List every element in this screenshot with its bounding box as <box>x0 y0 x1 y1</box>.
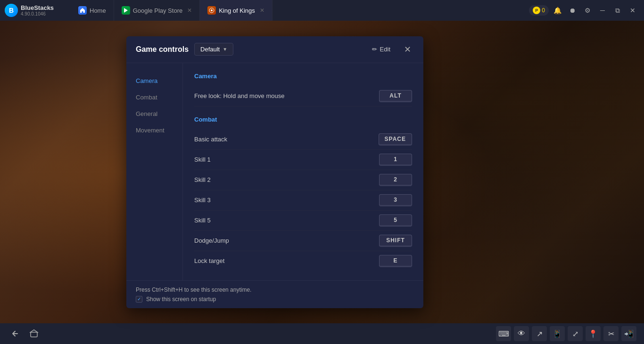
titlebar: B BlueStacks 4.90.0.1046 Home Google Pla… <box>0 0 644 21</box>
record-button[interactable]: ⏺ <box>566 4 579 17</box>
phone-icon-button[interactable]: 📲 <box>621 326 636 341</box>
skill3-key[interactable]: 3 <box>379 194 412 206</box>
lock-target-key[interactable]: E <box>379 255 412 267</box>
tab-king-of-kings[interactable]: King of Kings ✕ <box>200 0 272 21</box>
content-area: Camera Free look: Hold and move mouse AL… <box>183 63 423 280</box>
keyboard-icon-button[interactable]: ⌨ <box>496 326 511 341</box>
nav-item-camera[interactable]: Camera <box>126 73 182 89</box>
edit-label: Edit <box>380 46 390 53</box>
control-lock-target: Lock target E <box>194 251 412 271</box>
modal-body: Camera Combat General Movement Camera Fr… <box>126 63 423 280</box>
bottombar: ⌨ 👁 ↗ 📱 ⤢ 📍 ✂ 📲 <box>0 323 644 344</box>
edit-button[interactable]: ✏ Edit <box>367 43 395 55</box>
control-skill5: Skill 5 5 <box>194 211 412 231</box>
tab-google-play-close[interactable]: ✕ <box>187 7 192 14</box>
play-tab-icon <box>122 6 130 15</box>
modal-close-button[interactable]: ✕ <box>401 43 414 56</box>
startup-checkbox[interactable]: ✓ <box>136 296 142 303</box>
control-skill2: Skill 2 2 <box>194 170 412 190</box>
lock-target-label: Lock target <box>194 257 224 264</box>
svg-point-2 <box>211 9 213 11</box>
minimize-button[interactable]: ─ <box>596 4 609 17</box>
settings-button[interactable]: ⚙ <box>581 4 594 17</box>
basic-attack-key[interactable]: SPACE <box>379 133 412 146</box>
svg-marker-0 <box>124 8 128 13</box>
basic-attack-label: Basic attack <box>194 136 227 143</box>
control-free-look: Free look: Hold and move mouse ALT <box>194 86 412 106</box>
free-look-label: Free look: Hold and move mouse <box>194 92 284 99</box>
tab-home-label: Home <box>90 7 106 14</box>
back-button[interactable] <box>8 326 23 341</box>
skill1-label: Skill 1 <box>194 156 211 163</box>
cursor-icon-button[interactable]: ↗ <box>532 326 547 341</box>
skill5-key[interactable]: 5 <box>379 214 412 227</box>
expand-icon-button[interactable]: ⤢ <box>568 326 583 341</box>
skill3-label: Skill 3 <box>194 197 211 204</box>
dropdown-arrow-icon: ▼ <box>223 47 227 52</box>
app-logo: B BlueStacks 4.90.0.1046 <box>0 4 71 17</box>
game-controls-modal: Game controls Default ▼ ✏ Edit ✕ Camera … <box>126 36 423 308</box>
modal-header: Game controls Default ▼ ✏ Edit ✕ <box>126 36 423 63</box>
eye-icon-button[interactable]: 👁 <box>514 326 529 341</box>
skill2-key[interactable]: 2 <box>379 174 412 186</box>
tab-home[interactable]: Home <box>71 0 114 21</box>
screen-icon-button[interactable]: 📱 <box>550 326 565 341</box>
tabs-container: Home Google Play Store ✕ King of Kings ✕ <box>71 0 524 21</box>
free-look-key[interactable]: ALT <box>379 90 412 102</box>
control-skill3: Skill 3 3 <box>194 190 412 211</box>
skill1-key[interactable]: 1 <box>379 154 412 166</box>
bottom-left-controls <box>8 326 41 341</box>
startup-checkbox-label: Show this screen on startup <box>146 296 216 303</box>
close-button[interactable]: ✕ <box>626 4 639 17</box>
app-version: 4.90.0.1046 <box>21 11 54 16</box>
notifications-button[interactable]: 🔔 <box>551 4 564 17</box>
dodge-jump-label: Dodge/Jump <box>194 237 229 244</box>
control-skill1: Skill 1 1 <box>194 150 412 170</box>
tab-google-play-label: Google Play Store <box>133 7 183 14</box>
restore-button[interactable]: ⧉ <box>611 4 624 17</box>
sidebar-nav: Camera Combat General Movement <box>126 63 183 280</box>
camera-section-label: Camera <box>194 73 412 80</box>
home-button[interactable] <box>26 326 41 341</box>
startup-checkbox-row: ✓ Show this screen on startup <box>136 296 251 303</box>
control-dodge-jump: Dodge/Jump SHIFT <box>194 231 412 251</box>
checkbox-check-icon: ✓ <box>137 296 141 302</box>
logo-letter: B <box>9 7 14 14</box>
location-icon-button[interactable]: 📍 <box>586 326 601 341</box>
dodge-jump-key[interactable]: SHIFT <box>379 235 412 247</box>
bottom-right-controls: ⌨ 👁 ↗ 📱 ⤢ 📍 ✂ 📲 <box>496 326 636 341</box>
modal-footer: Press Ctrl+Shift+H to see this screen an… <box>126 280 423 308</box>
tab-king-of-kings-label: King of Kings <box>219 7 255 14</box>
game-tab-icon <box>207 6 216 15</box>
footer-hint: Press Ctrl+Shift+H to see this screen an… <box>136 287 251 293</box>
tab-google-play[interactable]: Google Play Store ✕ <box>114 0 200 21</box>
combat-section-label: Combat <box>194 116 412 123</box>
profile-dropdown-label: Default <box>200 46 220 53</box>
scissors-icon-button[interactable]: ✂ <box>603 326 619 341</box>
profile-dropdown[interactable]: Default ▼ <box>194 43 233 56</box>
skill2-label: Skill 2 <box>194 176 211 183</box>
home-tab-icon <box>78 6 87 15</box>
skill5-label: Skill 5 <box>194 217 211 224</box>
nav-item-combat[interactable]: Combat <box>126 89 182 106</box>
coin-icon: P <box>533 7 540 14</box>
tab-king-of-kings-close[interactable]: ✕ <box>260 7 264 14</box>
coin-badge: P 0 <box>529 5 549 16</box>
pencil-icon: ✏ <box>372 46 377 53</box>
svg-rect-3 <box>31 332 37 337</box>
modal-title: Game controls <box>136 45 189 54</box>
nav-item-movement[interactable]: Movement <box>126 122 182 139</box>
logo-icon: B <box>5 4 18 17</box>
coin-count: 0 <box>542 7 545 14</box>
app-name: BlueStacks <box>21 4 54 12</box>
titlebar-controls: P 0 🔔 ⏺ ⚙ ─ ⧉ ✕ <box>524 4 644 17</box>
control-basic-attack: Basic attack SPACE <box>194 130 412 150</box>
nav-item-general[interactable]: General <box>126 106 182 122</box>
